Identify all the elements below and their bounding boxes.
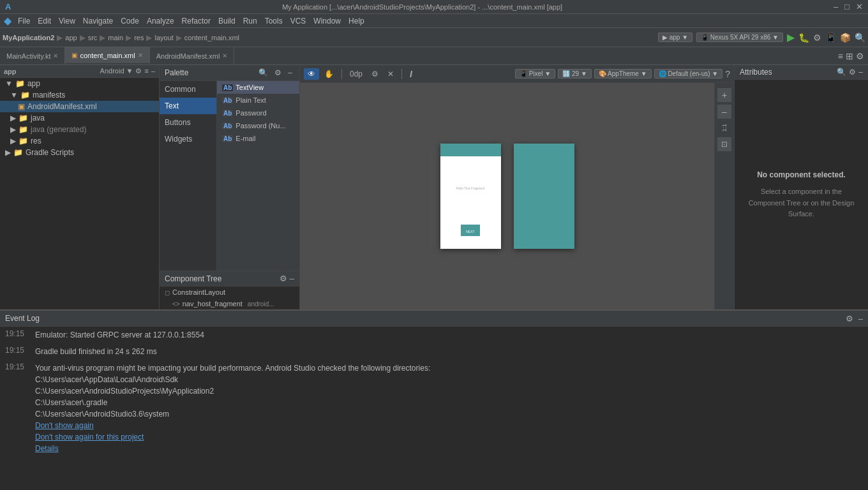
comp-tree-nav-host[interactable]: <> nav_host_fragment android... <box>160 298 299 309</box>
constraint-btn[interactable]: 0dp <box>346 68 366 80</box>
run-btn[interactable]: ▶ <box>787 31 795 43</box>
sidebar-gear-icon[interactable]: ⚙ <box>135 67 142 75</box>
pixel-dropdown[interactable]: 📱 Pixel ▼ <box>515 69 555 78</box>
sync-btn[interactable]: ⚙ <box>813 33 821 43</box>
design-view-btn[interactable]: 👁 <box>304 68 319 80</box>
menu-view[interactable]: View <box>55 17 79 26</box>
menu-analyze[interactable]: Analyze <box>143 17 178 26</box>
sdk-btn[interactable]: 📦 <box>840 33 851 43</box>
palette-item-textview[interactable]: Ab TextView <box>217 81 299 94</box>
palette-header: Palette 🔍 ⚙ – <box>160 65 299 81</box>
attrs-gear-btn[interactable]: ⚙ <box>849 68 856 77</box>
palette-item-plaintext[interactable]: Ab Plain Text <box>217 94 299 107</box>
menu-bar: ◆ File Edit View Navigate Code Analyze R… <box>0 14 868 28</box>
palette-gear-btn[interactable]: ⚙ <box>273 68 283 78</box>
editor-split-btn[interactable]: ⊞ <box>846 51 853 61</box>
palette-cat-widgets[interactable]: Widgets <box>160 131 216 147</box>
comp-tree-gear-btn[interactable]: ⚙ <box>280 274 287 283</box>
debug-btn[interactable]: 🐛 <box>798 33 809 43</box>
zoom-fit-btn[interactable]: ⊡ <box>717 137 731 151</box>
menu-edit[interactable]: Edit <box>34 17 55 26</box>
tree-item-res[interactable]: ▶ 📁 res <box>0 135 159 147</box>
dont-show-again-project-link[interactable]: Don't show again for this project <box>35 431 430 443</box>
zoom-ratio: 1:1 <box>721 124 728 132</box>
menu-refactor[interactable]: Refactor <box>178 17 214 26</box>
blueprint-btn[interactable]: ✋ <box>320 68 338 80</box>
menu-run[interactable]: Run <box>239 17 261 26</box>
tab-manifest-close[interactable]: ✕ <box>222 52 227 59</box>
comp-tree-minus-btn[interactable]: – <box>290 274 294 283</box>
palette-item-password[interactable]: Ab Password <box>217 107 299 119</box>
menu-navigate[interactable]: Navigate <box>79 17 117 26</box>
device-btn[interactable]: 📱 Nexus 5X API 29 x86 ▼ <box>696 33 783 42</box>
menu-help[interactable]: Help <box>345 17 368 26</box>
tab-content-main-close[interactable]: ✕ <box>138 52 143 59</box>
text-mode-btn[interactable]: I <box>406 68 416 80</box>
minimize-button[interactable]: – <box>834 2 838 11</box>
menu-tools[interactable]: Tools <box>261 17 287 26</box>
search-everywhere-btn[interactable]: 🔍 <box>855 33 865 43</box>
email-label: E-mail <box>236 135 255 142</box>
preview-helper-text: Hello Text Fragment <box>456 186 485 190</box>
api-dropdown[interactable]: 🔢 29 ▼ <box>558 69 592 78</box>
menu-file[interactable]: File <box>14 17 34 26</box>
constraint-layout-icon: ◻ <box>165 289 170 296</box>
details-link[interactable]: Details <box>35 443 430 454</box>
design-sep-2 <box>401 69 402 79</box>
tab-android-manifest[interactable]: AndroidManifest.xml ✕ <box>150 47 235 64</box>
nav-host-icon: <> <box>172 301 180 308</box>
tree-item-app[interactable]: ▼ 📁 app <box>0 78 159 89</box>
menu-vcs[interactable]: VCS <box>287 17 310 26</box>
attrs-minus-btn[interactable]: – <box>858 68 863 77</box>
event-log-close-btn[interactable]: – <box>858 314 863 323</box>
sidebar-close-icon[interactable]: – <box>151 67 155 75</box>
content-main-icon: ▣ <box>71 52 77 59</box>
event-log-gear-btn[interactable]: ⚙ <box>846 314 853 323</box>
comp-tree-constraint[interactable]: ◻ ConstraintLayout <box>160 286 299 298</box>
dont-show-again-link[interactable]: Don't show again <box>35 420 430 431</box>
help-btn[interactable]: ? <box>725 69 730 79</box>
gradle-folder-icon: 📁 <box>13 148 23 157</box>
menu-window[interactable]: Window <box>310 17 345 26</box>
palette-search-btn[interactable]: 🔍 <box>257 68 270 78</box>
maximize-button[interactable]: □ <box>844 2 849 11</box>
avd-btn[interactable]: 📱 <box>825 33 836 43</box>
locale-dropdown[interactable]: 🌐 Default (en-us) ▼ <box>654 69 723 78</box>
manifests-folder-icon: 📁 <box>20 91 30 100</box>
tab-content-main[interactable]: ▣ content_main.xml ✕ <box>65 47 149 64</box>
tree-item-java-generated[interactable]: ▶ 📁 java (generated) <box>0 124 159 135</box>
tab-main-activity-close[interactable]: ✕ <box>53 52 58 59</box>
tree-arrow-manifests: ▼ <box>10 91 18 100</box>
zoom-plus-btn[interactable]: + <box>717 88 731 102</box>
palette-item-email[interactable]: Ab E-mail <box>217 132 299 145</box>
zoom-minus-btn[interactable]: – <box>717 105 731 119</box>
palette-cat-buttons[interactable]: Buttons <box>160 114 216 131</box>
close-button[interactable]: ✕ <box>856 2 863 11</box>
infer-btn[interactable]: ⚙ <box>368 68 382 80</box>
sidebar-menu-icon[interactable]: ≡ <box>144 67 148 75</box>
menu-code[interactable]: Code <box>117 17 143 26</box>
manifest-xml-icon: ▣ <box>18 102 25 111</box>
attrs-search-btn[interactable]: 🔍 <box>837 68 846 77</box>
android-dropdown[interactable]: Android ▼ <box>100 67 133 75</box>
clear-btn[interactable]: ✕ <box>384 68 398 80</box>
antivirus-msg: Your anti-virus program might be impacti… <box>35 364 430 373</box>
editor-list-btn[interactable]: ≡ <box>838 51 843 61</box>
no-component-msg: No component selected. <box>745 169 858 181</box>
menu-build[interactable]: Build <box>214 17 239 26</box>
editor-gear-btn[interactable]: ⚙ <box>856 51 864 61</box>
run-config-btn[interactable]: ▶ app ▼ <box>658 33 692 42</box>
toolbar-sep-3: ▶ <box>100 33 105 42</box>
tree-item-manifests[interactable]: ▼ 📁 manifests <box>0 89 159 101</box>
textview-ab-icon: Ab <box>222 84 233 91</box>
tab-main-activity[interactable]: MainActivity.kt ✕ <box>0 47 65 64</box>
palette-cat-common[interactable]: Common <box>160 81 216 98</box>
tree-item-gradle[interactable]: ▶ 📁 Gradle Scripts <box>0 147 159 158</box>
theme-dropdown[interactable]: 🎨 AppTheme ▼ <box>594 69 652 78</box>
gradle-label: Gradle Scripts <box>26 148 74 157</box>
palette-item-password-num[interactable]: Ab Password (Nu... <box>217 119 299 132</box>
palette-minus-btn[interactable]: – <box>286 68 294 78</box>
tree-item-java[interactable]: ▶ 📁 java <box>0 112 159 124</box>
tree-item-android-manifest[interactable]: ▣ AndroidManifest.xml <box>0 101 159 112</box>
palette-cat-text[interactable]: Text <box>160 98 216 114</box>
